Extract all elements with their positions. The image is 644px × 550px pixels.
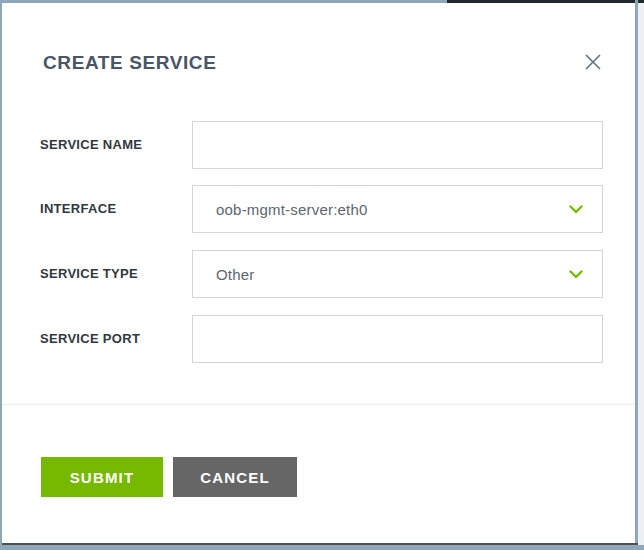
service-name-label: SERVICE NAME [40, 137, 142, 152]
service-type-select[interactable]: Other [192, 250, 603, 298]
close-button[interactable] [579, 48, 607, 76]
chevron-down-icon [569, 270, 583, 279]
create-service-dialog: CREATE SERVICE SERVICE NAME INTERFACE oo… [0, 0, 644, 550]
service-name-input[interactable] [192, 121, 603, 169]
frame-border-right-outer [638, 3, 644, 550]
interface-selected-value: oob-mgmt-server:eth0 [193, 201, 368, 218]
service-port-label: SERVICE PORT [40, 331, 140, 346]
close-icon [584, 53, 602, 71]
submit-button[interactable]: SUBMIT [41, 457, 163, 497]
page-title: CREATE SERVICE [43, 52, 216, 74]
interface-select[interactable]: oob-mgmt-server:eth0 [192, 185, 603, 233]
service-type-selected-value: Other [193, 266, 255, 283]
frame-border-bottom-slate [0, 545, 644, 550]
cancel-button[interactable]: CANCEL [173, 457, 297, 497]
chevron-down-icon [569, 205, 583, 214]
footer-divider [2, 404, 635, 405]
frame-border-left [0, 0, 2, 550]
service-port-input[interactable] [192, 315, 603, 363]
frame-border-top-left [0, 0, 447, 3]
frame-border-top-right [447, 0, 644, 3]
service-type-label: SERVICE TYPE [40, 266, 138, 281]
interface-label: INTERFACE [40, 201, 116, 216]
